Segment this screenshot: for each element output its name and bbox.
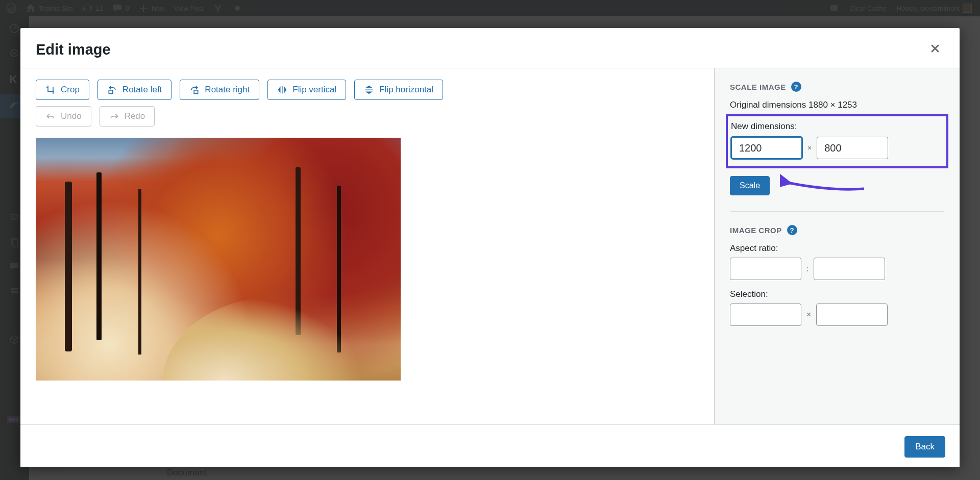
scale-width-input[interactable] bbox=[731, 137, 802, 159]
help-icon[interactable]: ? bbox=[791, 82, 801, 92]
edit-canvas-area: Crop Rotate left Rotate right Flip verti… bbox=[20, 68, 715, 424]
close-icon[interactable] bbox=[926, 40, 944, 59]
flip-vertical-icon bbox=[277, 85, 287, 95]
crop-button[interactable]: Crop bbox=[36, 80, 89, 100]
back-button[interactable]: Back bbox=[904, 436, 945, 458]
aspect-width-input[interactable] bbox=[730, 258, 801, 280]
flip-horizontal-icon bbox=[364, 85, 374, 95]
rotate-right-button[interactable]: Rotate right bbox=[180, 80, 259, 100]
modal-footer: Back bbox=[20, 424, 960, 467]
help-icon[interactable]: ? bbox=[787, 225, 797, 235]
selection-label: Selection: bbox=[730, 289, 944, 299]
flip-vertical-button[interactable]: Flip vertical bbox=[267, 80, 346, 100]
svg-rect-10 bbox=[109, 90, 113, 94]
scale-section-title: SCALE IMAGE ? bbox=[730, 82, 944, 92]
modal-title: Edit image bbox=[36, 41, 111, 58]
aspect-ratio-label: Aspect ratio: bbox=[730, 243, 944, 254]
scale-height-input[interactable] bbox=[817, 137, 888, 159]
selection-height-input[interactable] bbox=[816, 304, 888, 326]
selection-width-input[interactable] bbox=[730, 304, 801, 326]
flip-horizontal-button[interactable]: Flip horizontal bbox=[354, 80, 443, 100]
redo-icon bbox=[109, 111, 119, 121]
dimension-separator: × bbox=[807, 144, 812, 152]
rotate-right-icon bbox=[189, 85, 200, 95]
crop-icon bbox=[45, 85, 56, 95]
annotation-highlight: New dimensions: × bbox=[726, 114, 948, 168]
new-dimensions-label: New dimensions: bbox=[731, 121, 943, 132]
original-dimensions: Original dimensions 1880 × 1253 bbox=[730, 100, 944, 110]
edit-image-modal: Edit image Crop Rotate left bbox=[20, 28, 960, 467]
history-tools-row: Undo Redo bbox=[36, 106, 699, 127]
aspect-height-input[interactable] bbox=[814, 258, 885, 280]
selection-separator: × bbox=[806, 310, 811, 319]
scale-button[interactable]: Scale bbox=[730, 176, 770, 195]
panel-divider bbox=[730, 211, 944, 212]
undo-button[interactable]: Undo bbox=[36, 106, 91, 127]
rotate-left-button[interactable]: Rotate left bbox=[97, 80, 172, 100]
svg-rect-11 bbox=[194, 90, 199, 94]
rotate-left-icon bbox=[107, 85, 117, 95]
image-preview[interactable] bbox=[36, 138, 401, 381]
undo-icon bbox=[45, 111, 56, 121]
annotation-arrow bbox=[780, 173, 867, 196]
crop-section-title: IMAGE CROP ? bbox=[730, 225, 944, 235]
image-tools-row: Crop Rotate left Rotate right Flip verti… bbox=[36, 80, 699, 100]
aspect-separator: : bbox=[806, 264, 808, 273]
redo-button[interactable]: Redo bbox=[100, 106, 155, 127]
modal-header: Edit image bbox=[20, 28, 960, 68]
side-panel: SCALE IMAGE ? Original dimensions 1880 ×… bbox=[715, 68, 960, 424]
